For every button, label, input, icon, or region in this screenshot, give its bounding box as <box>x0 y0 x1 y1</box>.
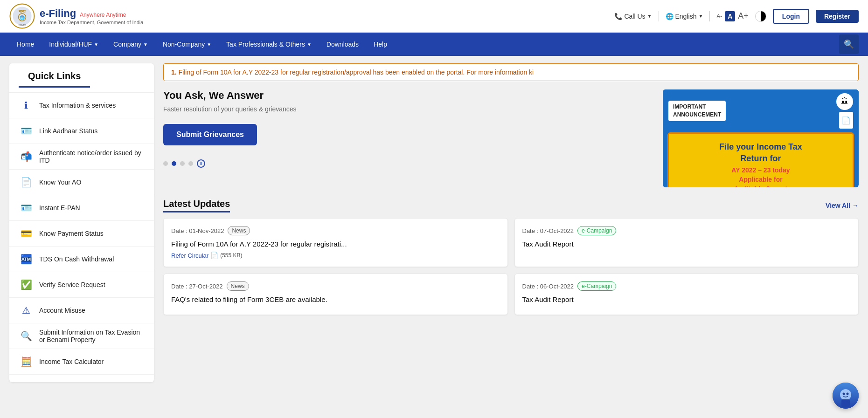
carousel-dot-2[interactable] <box>180 161 185 166</box>
updates-title: Latest Updates <box>163 199 230 212</box>
svg-text:🌐: 🌐 <box>20 15 25 21</box>
ann-body-applicable: Applicable for <box>674 176 847 183</box>
update-badge-3: e-Campaign <box>577 281 616 291</box>
main-content: Quick Links ℹ Tax Information & services… <box>0 56 868 390</box>
quick-link-item-2[interactable]: 📬 Authenticate notice/order issued by IT… <box>9 144 154 170</box>
carousel-dot-3[interactable] <box>188 161 193 166</box>
quick-link-label-10: Income Tax Calculator <box>39 358 145 365</box>
logo-text: e-Filing Anywhere Anytime Income Tax Dep… <box>40 7 143 25</box>
refer-circular-label: Refer Circular <box>171 252 208 259</box>
view-all-button[interactable]: View All → <box>826 202 859 209</box>
emblem-icon: भारत 🌐 INDIA <box>9 3 35 29</box>
login-button[interactable]: Login <box>773 9 809 24</box>
quick-link-icon-10: 🧮 <box>19 354 34 369</box>
nav-help-label: Help <box>374 41 387 48</box>
contrast-toggle[interactable] <box>755 11 766 22</box>
nav-downloads[interactable]: Downloads <box>319 33 366 56</box>
update-meta-2: Date : 27-Oct-2022 News <box>171 281 500 291</box>
yawa-section: You Ask, We Answer Faster resolution of … <box>163 89 653 168</box>
update-title-0: Filing of Form 10A for A.Y 2022-23 for r… <box>171 240 500 248</box>
phone-icon: 📞 <box>614 13 622 20</box>
nav-non-company[interactable]: Non-Company ▼ <box>155 33 219 56</box>
quick-link-item-4[interactable]: 🪪 Instant E-PAN <box>9 195 154 221</box>
quick-link-item-3[interactable]: 📄 Know Your AO <box>9 170 154 195</box>
nav-tax-prof-label: Tax Professionals & Others <box>226 41 305 48</box>
update-badge-1: e-Campaign <box>577 226 616 235</box>
quick-link-item-9[interactable]: 🔍 Submit Information on Tax Evasion or B… <box>9 323 154 349</box>
quick-link-item-8[interactable]: ⚠ Account Misuse <box>9 298 154 323</box>
update-date-1: Date : 07-Oct-2022 <box>522 227 574 234</box>
quick-link-label-6: TDS On Cash Withdrawal <box>39 255 145 263</box>
ann-body-text: File your Income Tax Return for <box>674 141 847 164</box>
ann-img-body: File your Income Tax Return for AY 2022 … <box>667 132 854 187</box>
quick-link-item-5[interactable]: 💳 Know Payment Status <box>9 221 154 247</box>
nav-help[interactable]: Help <box>366 33 395 56</box>
language-label: English <box>675 13 697 20</box>
svg-point-6 <box>840 389 851 390</box>
font-decrease-button[interactable]: A- <box>716 13 722 20</box>
quick-link-label-1: Link Aadhaar Status <box>39 127 145 135</box>
quick-links-panel: Quick Links ℹ Tax Information & services… <box>9 63 154 382</box>
search-icon: 🔍 <box>844 39 854 49</box>
font-normal-button[interactable]: A <box>725 11 735 21</box>
update-date-2: Date : 27-Oct-2022 <box>171 283 223 290</box>
nav-downloads-label: Downloads <box>326 41 359 48</box>
logo-area: भारत 🌐 INDIA e-Filing Anywhere Anytime I… <box>9 3 143 29</box>
update-meta-0: Date : 01-Nov-2022 News <box>171 226 500 235</box>
quick-link-icon-4: 🪪 <box>19 200 34 215</box>
nav-search-button[interactable]: 🔍 <box>839 34 859 54</box>
quick-link-item-1[interactable]: 🪪 Link Aadhaar Status <box>9 118 154 144</box>
update-title-1: Tax Audit Report <box>522 240 851 248</box>
register-button[interactable]: Register <box>816 10 859 23</box>
quick-link-item-0[interactable]: ℹ Tax Information & services <box>9 93 154 118</box>
update-title-3: Tax Audit Report <box>522 295 851 303</box>
nav-company[interactable]: Company ▼ <box>106 33 155 56</box>
quick-link-label-5: Know Payment Status <box>39 230 145 237</box>
nav-individual-huf[interactable]: Individual/HUF ▼ <box>42 33 106 56</box>
quick-link-item-6[interactable]: 🏧 TDS On Cash Withdrawal <box>9 247 154 272</box>
divider-2 <box>709 11 710 21</box>
carousel-dot-1[interactable] <box>172 161 176 166</box>
updates-grid: Date : 01-Nov-2022 News Filing of Form 1… <box>163 218 859 315</box>
nav-tax-professionals[interactable]: Tax Professionals & Others ▼ <box>219 33 319 56</box>
announcement-image: IMPORTANT ANNOUNCEMENT 🏛 📄 File your Inc… <box>663 89 859 187</box>
call-us-button[interactable]: 📞 Call Us ▼ <box>614 13 652 20</box>
globe-icon: 🌐 <box>666 13 674 20</box>
pdf-icon-0: 📄 <box>210 252 218 259</box>
carousel-dot-0[interactable] <box>163 161 168 166</box>
announcement-number: 1. <box>171 69 177 76</box>
quick-link-icon-8: ⚠ <box>19 303 34 318</box>
call-us-arrow: ▼ <box>647 14 652 19</box>
update-link-0[interactable]: Refer Circular 📄 (555 KB) <box>171 252 500 259</box>
language-selector[interactable]: 🌐 English ▼ <box>666 13 703 20</box>
quick-link-label-4: Instant E-PAN <box>39 204 145 212</box>
nav-home[interactable]: Home <box>9 33 42 56</box>
view-all-label: View All <box>826 202 850 209</box>
quick-links-header: Quick Links <box>9 71 154 93</box>
quick-link-icon-5: 💳 <box>19 226 34 241</box>
quick-link-label-9: Submit Information on Tax Evasion or Ben… <box>39 329 145 343</box>
quick-link-icon-1: 🪪 <box>19 123 34 138</box>
update-card-1: Date : 07-Oct-2022 e-Campaign Tax Audit … <box>514 218 859 267</box>
nav-non-company-arrow: ▼ <box>207 42 211 47</box>
update-card-3: Date : 06-Oct-2022 e-Campaign Tax Audit … <box>514 274 859 315</box>
updates-section-header: Latest Updates View All → <box>163 199 859 212</box>
logo-dept-label: Income Tax Department, Government of Ind… <box>40 20 143 25</box>
quick-links-title: Quick Links <box>19 71 90 88</box>
arrow-right-icon: → <box>852 202 859 209</box>
quick-link-item-7[interactable]: ✅ Verify Service Request <box>9 272 154 298</box>
navbar: Home Individual/HUF ▼ Company ▼ Non-Comp… <box>0 33 868 56</box>
quick-link-item-10[interactable]: 🧮 Income Tax Calculator <box>9 349 154 375</box>
latest-updates-section: Latest Updates View All → Date : 01-Nov-… <box>163 199 859 315</box>
carousel-dots: ⏸ <box>163 159 653 168</box>
svg-text:INDIA: INDIA <box>18 23 26 26</box>
quick-link-label-7: Verify Service Request <box>39 281 145 288</box>
top-right-controls: 📞 Call Us ▼ 🌐 English ▼ A- A A+ Login Re… <box>614 9 859 24</box>
language-arrow: ▼ <box>698 14 703 19</box>
update-meta-1: Date : 07-Oct-2022 e-Campaign <box>522 226 851 235</box>
carousel-pause-button[interactable]: ⏸ <box>197 159 205 168</box>
update-badge-0: News <box>228 226 250 235</box>
font-increase-button[interactable]: A+ <box>738 11 749 21</box>
right-content: 1. Filing of Form 10A for A.Y 2022-23 fo… <box>163 63 859 315</box>
submit-grievances-button[interactable]: Submit Grievances <box>163 124 257 145</box>
